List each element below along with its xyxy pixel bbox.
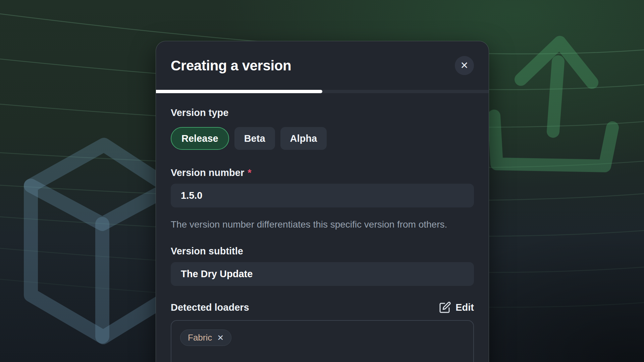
version-type-label: Version type (171, 107, 474, 118)
edit-icon (439, 301, 451, 313)
version-type-options: Release Beta Alpha (171, 127, 474, 150)
version-subtitle-input[interactable] (171, 262, 474, 286)
loader-tag-fabric: Fabric ✕ (180, 329, 231, 346)
progress-fill (156, 90, 322, 93)
version-type-release-button[interactable]: Release (171, 127, 229, 150)
version-number-input[interactable] (171, 184, 474, 207)
edit-loaders-button[interactable]: Edit (439, 301, 474, 313)
detected-loaders-box: Fabric ✕ (171, 320, 474, 362)
create-version-modal: Creating a version ✕ Version type Releas… (156, 41, 489, 362)
package-cube-icon (31, 145, 170, 337)
required-asterisk: * (248, 167, 251, 178)
loader-tag-label: Fabric (188, 333, 212, 343)
page-background: Creating a version ✕ Version type Releas… (0, 0, 644, 362)
modal-header: Creating a version ✕ (156, 41, 489, 90)
detected-loaders-label: Detected loaders (171, 302, 249, 313)
close-icon: ✕ (460, 61, 468, 70)
close-button[interactable]: ✕ (455, 56, 474, 75)
remove-icon: ✕ (217, 333, 224, 342)
edit-button-label: Edit (455, 302, 474, 313)
version-subtitle-label: Version subtitle (171, 245, 474, 257)
progress-bar (156, 90, 489, 93)
remove-loader-button[interactable]: ✕ (217, 334, 224, 342)
upload-arrow-icon (494, 42, 612, 166)
version-number-label: Version number* (171, 167, 474, 178)
modal-title: Creating a version (171, 58, 291, 74)
version-type-beta-button[interactable]: Beta (234, 127, 275, 150)
version-type-alpha-button[interactable]: Alpha (280, 127, 327, 150)
detected-loaders-header: Detected loaders Edit (171, 301, 474, 313)
modal-body: Version type Release Beta Alpha Version … (156, 107, 489, 362)
version-number-help: The version number differentiates this s… (171, 217, 466, 232)
